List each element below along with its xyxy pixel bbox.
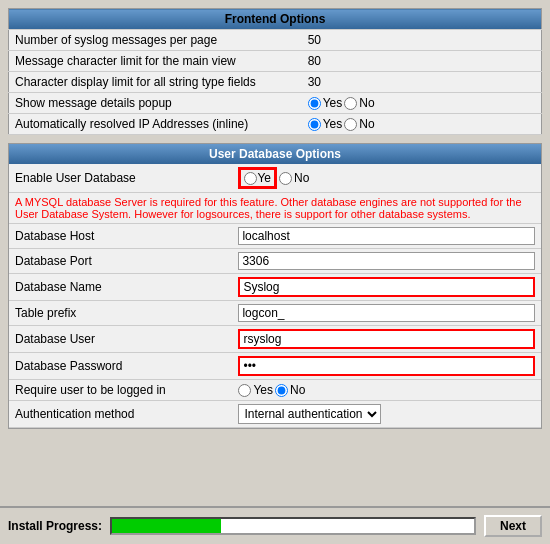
- auth-method-row: Authentication method Internal authentic…: [9, 401, 541, 428]
- table-row: Automatically resolved IP Addresses (inl…: [9, 114, 542, 135]
- auth-method-cell: Internal authentication LDAP Active Dire…: [232, 401, 541, 428]
- progress-bar-container: [110, 517, 476, 535]
- no-label: No: [359, 96, 374, 110]
- db-password-row: Database Password: [9, 353, 541, 380]
- enable-user-db-row: Enable User Database Ye No: [9, 164, 541, 193]
- require-login-yes-radio[interactable]: [238, 384, 251, 397]
- next-button[interactable]: Next: [484, 515, 542, 537]
- radio-cell: Yes No: [302, 114, 542, 135]
- frontend-options-table: Frontend Options Number of syslog messag…: [8, 8, 542, 135]
- show-popup-no-radio[interactable]: [344, 97, 357, 110]
- syslog-messages-value: 50: [302, 30, 542, 51]
- user-db-header: User Database Options: [9, 144, 541, 164]
- table-row: Number of syslog messages per page 50: [9, 30, 542, 51]
- enable-radio-highlight: Ye: [238, 167, 277, 189]
- db-password-cell: [232, 353, 541, 380]
- user-db-section: User Database Options Enable User Databa…: [8, 143, 542, 429]
- db-password-input[interactable]: [238, 356, 535, 376]
- db-name-input[interactable]: [238, 277, 535, 297]
- table-row: Message character limit for the main vie…: [9, 51, 542, 72]
- require-login-label: Require user to be logged in: [9, 380, 232, 401]
- db-password-label: Database Password: [9, 353, 232, 380]
- row-label: Message character limit for the main vie…: [9, 51, 302, 72]
- no-label: No: [290, 383, 305, 397]
- install-label: Install Progress:: [8, 519, 102, 533]
- table-row: Show message details popup Yes No: [9, 93, 542, 114]
- require-login-no-radio[interactable]: [275, 384, 288, 397]
- require-login-row: Require user to be logged in Yes No: [9, 380, 541, 401]
- enable-yes-radio[interactable]: [244, 172, 257, 185]
- db-port-input[interactable]: [238, 252, 535, 270]
- db-host-label: Database Host: [9, 224, 232, 249]
- frontend-options-header: Frontend Options: [9, 9, 542, 30]
- table-prefix-cell: [232, 301, 541, 326]
- db-user-input[interactable]: [238, 329, 535, 349]
- row-label: Show message details popup: [9, 93, 302, 114]
- db-port-cell: [232, 249, 541, 274]
- auth-method-select[interactable]: Internal authentication LDAP Active Dire…: [238, 404, 381, 424]
- enable-radio-cell: Ye No: [232, 164, 541, 193]
- enable-label: Enable User Database: [9, 164, 232, 193]
- db-port-label: Database Port: [9, 249, 232, 274]
- warning-text: A MYSQL database Server is required for …: [9, 193, 541, 224]
- table-prefix-row: Table prefix: [9, 301, 541, 326]
- auth-method-label: Authentication method: [9, 401, 232, 428]
- user-db-table: Enable User Database Ye No: [9, 164, 541, 428]
- enable-no-radio[interactable]: [279, 172, 292, 185]
- yes-label: Yes: [323, 117, 343, 131]
- show-popup-yes-radio[interactable]: [308, 97, 321, 110]
- db-name-cell: [232, 274, 541, 301]
- auto-ip-no-radio[interactable]: [344, 118, 357, 131]
- db-user-label: Database User: [9, 326, 232, 353]
- auto-ip-yes-radio[interactable]: [308, 118, 321, 131]
- db-host-cell: [232, 224, 541, 249]
- db-user-row: Database User: [9, 326, 541, 353]
- require-login-cell: Yes No: [232, 380, 541, 401]
- no-label: No: [359, 117, 374, 131]
- yes-label: Yes: [323, 96, 343, 110]
- frontend-options-section: Frontend Options Number of syslog messag…: [8, 8, 542, 135]
- yes-label: Ye: [257, 171, 271, 185]
- radio-cell: Yes No: [302, 93, 542, 114]
- no-label: No: [294, 171, 309, 185]
- db-host-row: Database Host: [9, 224, 541, 249]
- table-prefix-label: Table prefix: [9, 301, 232, 326]
- warning-row: A MYSQL database Server is required for …: [9, 193, 541, 224]
- table-row: Character display limit for all string t…: [9, 72, 542, 93]
- db-user-cell: [232, 326, 541, 353]
- db-host-input[interactable]: [238, 227, 535, 245]
- progress-bar-fill: [112, 519, 221, 533]
- install-progress-bar: Install Progress: Next: [0, 506, 550, 544]
- row-label: Automatically resolved IP Addresses (inl…: [9, 114, 302, 135]
- yes-label: Yes: [253, 383, 273, 397]
- db-name-label: Database Name: [9, 274, 232, 301]
- char-display-limit-value: 30: [302, 72, 542, 93]
- db-name-row: Database Name: [9, 274, 541, 301]
- db-port-row: Database Port: [9, 249, 541, 274]
- char-limit-main-value: 80: [302, 51, 542, 72]
- table-prefix-input[interactable]: [238, 304, 535, 322]
- row-label: Character display limit for all string t…: [9, 72, 302, 93]
- row-label: Number of syslog messages per page: [9, 30, 302, 51]
